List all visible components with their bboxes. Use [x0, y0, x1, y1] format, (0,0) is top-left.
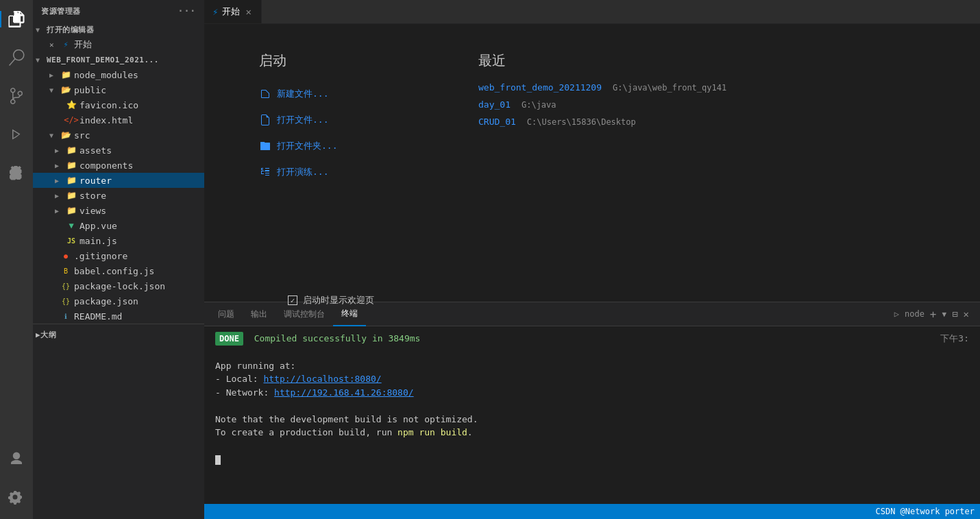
router-label: router: [79, 176, 204, 186]
open-file-close-icon[interactable]: ✕: [49, 40, 60, 49]
terminal-add-button[interactable]: +: [930, 308, 937, 321]
json-icon: {}: [60, 280, 71, 291]
recent-item-1-path: G:\java\web_front_qy141: [613, 83, 726, 93]
sidebar-item-favicon[interactable]: ⭐ favicon.ico: [33, 97, 204, 112]
project-section[interactable]: ▼ WEB_FRONT_DEMO1_2021...: [33, 52, 204, 67]
network-url-link[interactable]: http://192.168.41.26:8080/: [274, 387, 414, 398]
project-name: WEB_FRONT_DEMO1_2021...: [47, 56, 159, 64]
recent-item-3[interactable]: CRUD_01 C:\Users\15836\Desktop: [478, 117, 752, 127]
gitignore-label: .gitignore: [74, 251, 204, 261]
account-icon[interactable]: [0, 442, 33, 475]
public-arrow: ▼: [49, 86, 60, 94]
tab-output[interactable]: 输出: [243, 302, 275, 326]
sidebar-header-icons: ···: [177, 5, 196, 16]
views-arrow: ▶: [55, 207, 66, 215]
recent-item-1[interactable]: web_front_demo_20211209 G:\java\web_fron…: [478, 82, 752, 93]
welcome-start-section: 启动 新建文件... 打开文件...: [259, 51, 396, 274]
vscode-file-icon: ⚡: [60, 39, 71, 50]
terminal-name-label: node: [905, 309, 924, 319]
open-editors-label: 打开的编辑器: [47, 25, 94, 35]
tab-problems[interactable]: 问题: [210, 302, 243, 326]
terminal-tab-right-controls: ▷ node + ▼ ⊟ ✕: [894, 308, 975, 321]
favicon-icon: ⭐: [66, 99, 77, 110]
welcome-checkbox-row: ✓ 启动时显示欢迎页: [288, 294, 374, 302]
sidebar-item-package-lock[interactable]: {} package-lock.json: [33, 278, 204, 293]
done-badge: DONE: [215, 332, 243, 346]
favicon-label: favicon.ico: [79, 100, 204, 110]
welcome-page: 启动 新建文件... 打开文件...: [204, 24, 980, 302]
src-folder-icon: 📂: [60, 130, 71, 141]
router-arrow: ▶: [55, 177, 66, 184]
sidebar-item-store[interactable]: ▶ 📁 store: [33, 188, 204, 203]
router-folder-icon: 📁: [66, 175, 77, 186]
index-html-label: index.html: [79, 115, 204, 125]
local-label: - Local:: [215, 374, 258, 384]
assets-folder-icon: 📁: [66, 145, 77, 156]
sidebar-item-assets[interactable]: ▶ 📁 assets: [33, 143, 204, 158]
sidebar-item-views[interactable]: ▶ 📁 views: [33, 203, 204, 218]
terminal-line-app-running: App running at:: [215, 359, 969, 373]
open-editors-section[interactable]: ▼ 打开的编辑器: [33, 22, 204, 37]
sidebar-item-public[interactable]: ▼ 📂 public: [33, 82, 204, 97]
extensions-icon[interactable]: [0, 156, 33, 189]
tab-welcome-icon: ⚡: [212, 6, 218, 17]
terminal-cursor-line: [215, 452, 969, 466]
app-running-text: App running at:: [215, 361, 295, 371]
node-modules-arrow: ▶: [49, 71, 60, 79]
tab-problems-label: 问题: [218, 309, 234, 320]
sidebar-item-index-html[interactable]: </> index.html: [33, 112, 204, 128]
terminal-split-button[interactable]: ⊟: [952, 309, 957, 319]
sidebar-item-main-js[interactable]: JS main.js: [33, 233, 204, 248]
recent-item-3-name: CRUD_01: [478, 117, 516, 127]
tab-welcome[interactable]: ⚡ 开始 ✕: [204, 0, 262, 23]
sidebar-title: 资源管理器: [41, 6, 81, 16]
welcome-checkbox[interactable]: ✓: [288, 295, 297, 302]
welcome-action-new-file[interactable]: 新建文件...: [259, 86, 396, 101]
node-modules-label: node_modules: [74, 70, 204, 80]
recent-item-2-name: day_01: [478, 99, 511, 110]
search-icon[interactable]: [0, 41, 33, 74]
sidebar-item-router[interactable]: ▶ 📁 router: [33, 173, 204, 188]
run-icon[interactable]: [0, 118, 33, 151]
sidebar-item-node-modules[interactable]: ▶ 📁 node_modules: [33, 67, 204, 82]
open-recent-label: 打开演练...: [277, 166, 328, 178]
src-arrow: ▼: [49, 132, 60, 139]
welcome-action-open-file[interactable]: 打开文件...: [259, 112, 396, 128]
sidebar-item-components[interactable]: ▶ 📁 components: [33, 158, 204, 173]
open-file-icon: [259, 114, 271, 126]
sidebar: 资源管理器 ··· ▼ 打开的编辑器 ✕ ⚡ 开始 ▼ WEB_FRONT_DE…: [33, 0, 204, 519]
local-url-link[interactable]: http://localhost:8080/: [263, 374, 381, 384]
sidebar-item-app-vue[interactable]: ▼ App.vue: [33, 218, 204, 233]
welcome-action-open-folder[interactable]: 打开文件夹...: [259, 138, 396, 154]
settings-icon[interactable]: [0, 481, 33, 514]
open-file-item[interactable]: ✕ ⚡ 开始: [33, 37, 204, 52]
terminal-dropdown-icon[interactable]: ▼: [942, 310, 947, 319]
files-icon[interactable]: [0, 3, 33, 36]
sidebar-header: 资源管理器 ···: [33, 0, 204, 22]
tab-terminal-label: 终端: [341, 308, 358, 319]
recent-item-2[interactable]: day_01 G:\java: [478, 99, 752, 110]
tab-debug-label: 调试控制台: [284, 309, 325, 320]
tab-welcome-label: 开始: [222, 5, 240, 18]
sidebar-item-babel[interactable]: B babel.config.js: [33, 263, 204, 278]
readme-label: README.md: [74, 311, 204, 322]
sidebar-item-src[interactable]: ▼ 📂 src: [33, 128, 204, 143]
content-area: 启动 新建文件... 打开文件...: [204, 24, 980, 504]
more-icon[interactable]: ···: [177, 5, 196, 16]
tab-bar: ⚡ 开始 ✕: [204, 0, 980, 24]
welcome-action-open-recent[interactable]: 打开演练...: [259, 165, 396, 180]
components-folder-icon: 📁: [66, 160, 77, 171]
build-cmd: npm run build: [397, 427, 467, 437]
sidebar-item-readme[interactable]: ℹ README.md: [33, 309, 204, 324]
open-folder-label: 打开文件夹...: [277, 140, 337, 152]
source-control-icon[interactable]: [0, 80, 33, 112]
sidebar-item-gitignore[interactable]: ● .gitignore: [33, 248, 204, 263]
sidebar-item-package-json[interactable]: {} package.json: [33, 293, 204, 309]
welcome-recent-title: 最近: [478, 51, 752, 70]
new-file-icon: [259, 88, 271, 100]
tab-close-button[interactable]: ✕: [244, 6, 252, 17]
outline-label[interactable]: ▶ 大纲: [33, 327, 204, 342]
terminal-close-button[interactable]: ✕: [964, 309, 969, 319]
babel-icon: B: [60, 265, 71, 276]
compiled-text: Compiled successfully in 3849ms: [249, 333, 420, 343]
